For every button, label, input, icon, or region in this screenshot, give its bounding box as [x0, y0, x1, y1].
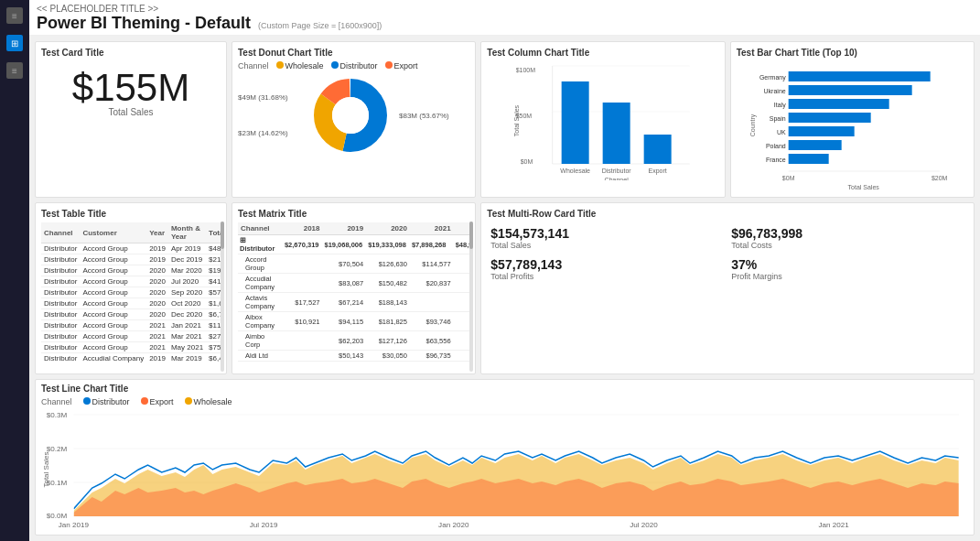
donut-legend: Channel Wholesale Distributor Export [238, 61, 469, 70]
table-header-channel: Channel [41, 222, 80, 243]
line-chart-svg: $0.3M $0.2M $0.1M $0.0M [41, 410, 968, 529]
matrix-row: Aimbo Corp$62,203$127,126$63,556$252,885 [238, 331, 469, 351]
table-card: Test Table Title Channel Customer Year M… [35, 202, 227, 374]
line-legend-wholesale: Wholesale [185, 397, 232, 406]
matrix-row: Actavis Company$17,527$67,214$188,143$27… [238, 293, 469, 312]
bar-chart-svg: Country Germany Ukraine Italy Spain UK P… [737, 61, 968, 189]
bar-chart-title: Test Bar Chart Title (Top 10) [737, 48, 968, 58]
donut-chart-card: Test Donut Chart Title Channel Wholesale… [232, 41, 476, 198]
sidebar-icon-list[interactable]: ≡ [6, 62, 23, 79]
svg-text:$20M: $20M [932, 175, 948, 181]
test-card-title: Test Card Title [41, 48, 221, 58]
svg-text:$0.0M: $0.0M [47, 512, 68, 520]
donut-container: $49M (31.68%) $23M (14.62%) [238, 74, 469, 157]
column-chart-svg: $100M $50M $0M Wholesale Distributor [487, 61, 718, 180]
svg-rect-31 [788, 126, 854, 136]
table-header-month: Month & Year [168, 222, 206, 243]
matrix-row: Accord Group$70,504$126,630$114,577$311,… [238, 254, 469, 274]
column-chart-title: Test Column Chart Title [487, 48, 718, 58]
profit-margins-value: 37% [731, 257, 964, 272]
matrix-header-2021: 2021 [410, 222, 454, 235]
table-header-customer: Customer [80, 222, 146, 243]
total-profits-value: $57,789,143 [490, 257, 724, 272]
matrix-row: Alembic Ltd$2,171$104,741$182,481$8,208$… [238, 362, 469, 364]
donut-legend-channel: Channel [238, 61, 269, 70]
svg-text:Export: Export [649, 168, 667, 175]
line-chart-card: Test Line Chart Title Channel Distributo… [35, 379, 975, 536]
dashboard: ≡ ⊞ ≡ << PLACEHOLDER TITLE >> Power BI T… [0, 0, 980, 541]
svg-text:$0.3M: $0.3M [47, 411, 68, 419]
table-row: DistributorAccudial Company2019Mar 2019$… [41, 353, 221, 364]
svg-text:Jan 2020: Jan 2020 [438, 521, 469, 529]
svg-rect-13 [644, 135, 672, 164]
sidebar-icon-menu[interactable]: ≡ [6, 7, 23, 24]
multirow-card-title: Test Multi-Row Card Title [487, 209, 968, 219]
total-profits-label: Total Profits [490, 272, 724, 281]
svg-text:Total Sales: Total Sales [847, 184, 879, 189]
donut-legend-distributor: Distributor [331, 61, 378, 70]
table-header-year: Year [146, 222, 168, 243]
donut-svg [309, 74, 392, 157]
donut-chart-title: Test Donut Chart Title [238, 48, 469, 58]
matrix-header-channel: Channel [238, 222, 283, 235]
line-legend-channel: Channel [41, 397, 72, 406]
sidebar: ≡ ⊞ ≡ [0, 0, 29, 541]
matrix-table: Channel 2018 2019 2020 2021 Total ⊞ Dist… [238, 222, 469, 363]
data-table: Channel Customer Year Month & Year Total… [41, 222, 221, 363]
svg-text:Ukraine: Ukraine [763, 88, 785, 94]
line-legend: Channel Distributor Export Wholesale [41, 397, 968, 406]
content-grid: Test Card Title $155M Total Sales Test D… [29, 36, 980, 541]
donut-label-distributor: $83M (53.67%) [399, 112, 449, 120]
svg-rect-33 [788, 154, 828, 164]
matrix-row: Accudial Company$83,087$150,482$20,837$2… [238, 274, 469, 293]
matrix-scrollbar[interactable] [469, 222, 473, 372]
total-costs-value: $96,783,998 [731, 226, 964, 241]
matrix-group-row: ⊞ Distributor$2,670,319$19,068,006$19,33… [238, 235, 469, 254]
multirow-item-total-profits: $57,789,143 Total Profits [490, 257, 724, 281]
nav-header: << PLACEHOLDER TITLE >> Power BI Theming… [29, 0, 980, 36]
svg-text:Country: Country [748, 114, 756, 136]
svg-text:Jul 2020: Jul 2020 [630, 521, 658, 529]
donut-legend-wholesale: Wholesale [276, 61, 324, 70]
svg-text:Germany: Germany [759, 74, 786, 81]
svg-text:Total Sales: Total Sales [513, 104, 520, 136]
table-scrollbar[interactable] [221, 222, 224, 372]
line-chart-title: Test Line Chart Title [41, 384, 968, 394]
table-row: DistributorAccord Group2019Apr 2019$48,8… [41, 243, 221, 254]
test-card: Test Card Title $155M Total Sales [35, 41, 227, 198]
matrix-header-2018: 2018 [283, 222, 323, 235]
svg-rect-29 [788, 99, 888, 109]
placeholder-title: << PLACEHOLDER TITLE >> [37, 4, 973, 14]
matrix-row: Aibox Company$10,921$94,115$181,825$93,7… [238, 312, 469, 331]
svg-rect-11 [562, 81, 589, 164]
svg-text:Spain: Spain [769, 115, 785, 123]
svg-text:France: France [766, 157, 786, 163]
table-row: DistributorAccord Group2020Dec 2020$6,75… [41, 309, 221, 320]
svg-rect-28 [788, 85, 911, 95]
multirow-item-profit-margins: 37% Profit Margins [731, 257, 964, 281]
donut-label-wholesale: $49M (31.68%) [238, 93, 302, 102]
svg-text:$0M: $0M [782, 175, 795, 181]
total-sales-value: $154,573,141 [490, 226, 724, 241]
donut-label-export: $23M (14.62%) [238, 129, 302, 137]
matrix-card: Test Matrix Title Channel 2018 2019 2020… [232, 202, 476, 374]
svg-text:Jan 2019: Jan 2019 [59, 521, 90, 529]
svg-text:UK: UK [777, 129, 786, 135]
main-area: << PLACEHOLDER TITLE >> Power BI Theming… [29, 0, 980, 541]
total-sales-label: Total Sales [490, 241, 724, 250]
test-card-label: Total Sales [41, 107, 221, 117]
main-title: Power BI Theming - Default [37, 14, 251, 33]
total-costs-label: Total Costs [731, 241, 964, 250]
svg-text:Jan 2021: Jan 2021 [818, 521, 849, 529]
matrix-title: Test Matrix Title [238, 209, 469, 219]
line-legend-distributor: Distributor [83, 397, 130, 406]
sidebar-icon-grid[interactable]: ⊞ [6, 35, 23, 51]
test-card-value: $155M [41, 69, 221, 107]
svg-text:Distributor: Distributor [602, 168, 632, 174]
multirow-card: Test Multi-Row Card Title $154,573,141 T… [480, 202, 975, 374]
table-row: DistributorAccord Group2020Jul 2020$41,3… [41, 276, 221, 287]
table-header-sales: Total Sales [206, 222, 221, 243]
table-row: DistributorAccord Group2021Mar 2021$27,3… [41, 331, 221, 342]
table-row: DistributorAccord Group2021Jan 2021$11,9… [41, 320, 221, 331]
svg-text:$100M: $100M [516, 67, 536, 73]
